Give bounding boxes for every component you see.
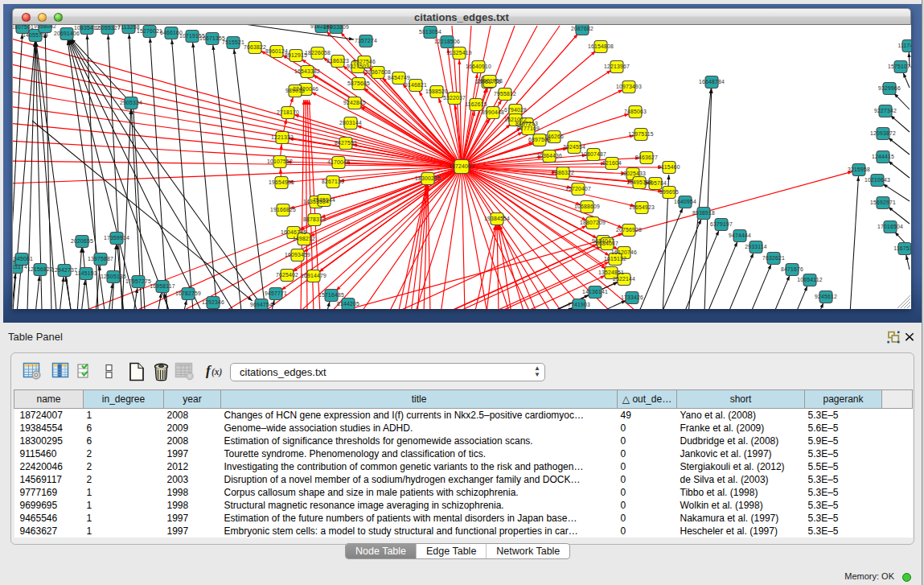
svg-text:2905334: 2905334	[120, 100, 142, 105]
svg-text:16782759: 16782759	[175, 290, 201, 296]
svg-text:15276021: 15276021	[137, 28, 162, 34]
svg-text:9227342: 9227342	[874, 108, 897, 113]
svg-text:16055327: 16055327	[95, 25, 121, 31]
svg-text:9777169: 9777169	[517, 126, 540, 131]
svg-text:1162615: 1162615	[465, 101, 487, 107]
svg-text:1167531: 1167531	[893, 245, 911, 251]
svg-text:1807501: 1807501	[13, 25, 34, 30]
svg-text:1117403: 1117403	[898, 43, 911, 48]
svg-text:8938918: 8938918	[692, 210, 715, 216]
svg-text:7485063: 7485063	[624, 109, 647, 114]
svg-text:12975115: 12975115	[628, 131, 653, 137]
svg-text:899695: 899695	[659, 189, 679, 195]
svg-text:10973493: 10973493	[616, 84, 642, 89]
svg-text:12505135: 12505135	[101, 274, 126, 279]
svg-text:9327546: 9327546	[353, 59, 376, 64]
svg-text:14136141: 14136141	[582, 289, 608, 295]
svg-text:10107552: 10107552	[267, 159, 293, 164]
svg-text:7955812: 7955812	[494, 91, 516, 97]
svg-text:16961758: 16961758	[477, 78, 503, 84]
svg-text:9958042: 9958042	[34, 25, 56, 29]
svg-text:8454749: 8454749	[388, 75, 410, 80]
svg-text:16033809: 16033809	[323, 25, 349, 30]
svg-text:15751074: 15751074	[888, 64, 911, 69]
svg-text:9115460: 9115460	[658, 164, 680, 170]
svg-text:19654923: 19654923	[629, 204, 655, 210]
svg-text:8186323: 8186323	[326, 58, 349, 64]
svg-text:11325419: 11325419	[446, 50, 471, 56]
svg-text:16093459: 16093459	[285, 252, 310, 257]
svg-text:7741903: 7741903	[568, 302, 590, 307]
svg-text:16154808: 16154808	[588, 43, 614, 49]
svg-text:7663822: 7663822	[244, 44, 266, 50]
svg-text:12218506: 12218506	[434, 39, 460, 44]
svg-text:10807487: 10807487	[581, 151, 606, 157]
svg-text:7632621: 7632621	[762, 255, 785, 261]
svg-text:17016504: 17016504	[877, 224, 903, 229]
svg-text:8427552: 8427552	[335, 140, 357, 146]
svg-text:7515521: 7515521	[222, 39, 244, 45]
svg-text:1615132: 1615132	[604, 256, 626, 262]
svg-text:20756928: 20756928	[616, 227, 642, 233]
svg-text:16958117: 16958117	[150, 283, 175, 289]
svg-text:19384554: 19384554	[484, 216, 510, 221]
svg-text:9463627: 9463627	[635, 154, 658, 160]
svg-text:8144205: 8144205	[337, 301, 359, 307]
svg-text:3215958: 3215958	[848, 167, 870, 172]
svg-text:6794028: 6794028	[504, 107, 527, 113]
svg-text:12942737: 12942737	[51, 267, 77, 273]
svg-text:19166825: 19166825	[270, 207, 296, 212]
svg-text:2522144: 2522144	[613, 276, 635, 282]
svg-text:9329966: 9329966	[878, 85, 901, 91]
svg-text:8845061: 8845061	[13, 256, 33, 262]
svg-text:13524851: 13524851	[598, 270, 624, 275]
svg-text:10210643: 10210643	[864, 177, 890, 183]
svg-text:16640910: 16640910	[466, 64, 491, 69]
svg-text:1292346: 1292346	[202, 299, 224, 305]
svg-text:6379197: 6379197	[710, 221, 733, 227]
svg-text:16914479: 16914479	[301, 273, 326, 278]
svg-text:1588520: 1588520	[425, 89, 448, 94]
svg-text:8990448: 8990448	[482, 109, 504, 115]
svg-text:9146821: 9146821	[405, 82, 427, 88]
svg-text:18807209: 18807209	[580, 220, 606, 225]
svg-text:7886322: 7886322	[552, 170, 574, 175]
svg-text:16120746: 16120746	[611, 249, 637, 255]
svg-text:9242845: 9242845	[343, 100, 366, 105]
svg-text:18226058: 18226058	[305, 50, 331, 56]
svg-text:12156822: 12156822	[27, 266, 53, 272]
svg-text:12213967: 12213967	[604, 64, 630, 69]
svg-text:8471676: 8471676	[781, 266, 803, 272]
svg-text:1221333: 1221333	[271, 134, 294, 140]
svg-text:2718170: 2718170	[277, 109, 299, 115]
svg-text:621604: 621604	[602, 160, 622, 166]
svg-text:18724007: 18724007	[449, 163, 474, 169]
svg-text:10654112: 10654112	[797, 277, 822, 282]
svg-text:16543382: 16543382	[294, 68, 320, 74]
svg-text:13975887: 13975887	[88, 256, 113, 262]
svg-text:15720407: 15720407	[565, 186, 591, 192]
svg-text:10025433: 10025433	[620, 171, 646, 176]
svg-text:2933114: 2933114	[745, 244, 766, 249]
svg-text:5875685: 5875685	[347, 80, 370, 86]
svg-text:9474444: 9474444	[729, 233, 751, 238]
svg-text:7357274: 7357274	[355, 38, 377, 43]
svg-text:7535944: 7535944	[313, 197, 335, 203]
svg-text:17957275: 17957275	[125, 278, 151, 284]
svg-text:2803144: 2803144	[339, 120, 362, 126]
svg-text:1498212: 1498212	[293, 236, 315, 241]
svg-text:3024554: 3024554	[563, 144, 585, 150]
svg-text:2020655: 2020655	[71, 238, 93, 244]
svg-text:9245612: 9245612	[815, 294, 837, 299]
svg-text:8267130: 8267130	[322, 179, 344, 184]
svg-text:9694754: 9694754	[250, 302, 273, 307]
svg-text:1244415: 1244415	[872, 154, 894, 159]
svg-text:1145193: 1145193	[75, 270, 97, 276]
svg-text:9327503: 9327503	[347, 64, 369, 69]
svg-text:15692971: 15692971	[870, 200, 896, 205]
svg-text:8495784: 8495784	[644, 180, 667, 186]
svg-text:12093872: 12093872	[870, 130, 896, 136]
svg-text:15716485: 15716485	[318, 292, 344, 298]
svg-text:20364436: 20364436	[536, 153, 562, 159]
svg-text:17359914: 17359914	[104, 235, 129, 241]
